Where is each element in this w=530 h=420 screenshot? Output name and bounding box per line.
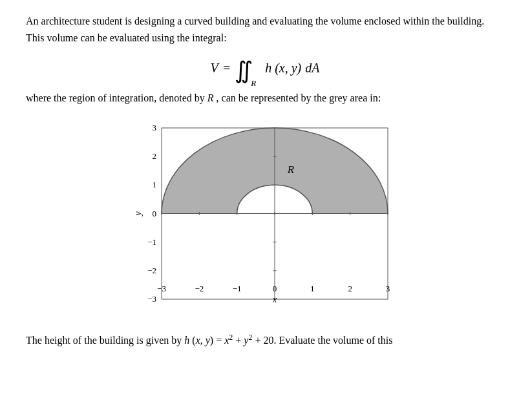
xlabel-1: 1 [310, 284, 315, 293]
paragraph2-R: R [207, 92, 214, 103]
ylabel-neg3: −3 [147, 294, 156, 304]
double-integral-symbol: ∬ [235, 58, 253, 83]
y-axis-label: y [133, 211, 143, 216]
ylabel-2: 2 [153, 151, 157, 161]
formula-equals: = [222, 61, 231, 76]
xlabel-neg1: −1 [233, 284, 242, 293]
paragraph2-pre: where the region of integration, denoted… [26, 92, 205, 103]
paragraph3: The height of the building is given by h… [26, 331, 504, 349]
xlabel-2: 2 [348, 284, 352, 293]
ylabel-neg2: −2 [147, 266, 156, 275]
formula-V: V [210, 61, 218, 76]
ylabel-neg1: −1 [147, 236, 156, 246]
xlabel-0: 0 [273, 284, 277, 293]
paragraph1: An architecture student is designing a c… [26, 13, 504, 46]
xlabel-3: 3 [386, 284, 390, 293]
formula-differential: dA [305, 61, 319, 76]
formula-integrand: h (x, y) [265, 61, 301, 76]
integral-region-label: R [251, 78, 256, 88]
ylabel-3: 3 [153, 123, 157, 132]
graph-container: −3 −2 −1 0 1 2 3 x −3 −2 −1 0 1 2 3 y R [26, 118, 504, 325]
ylabel-1: 1 [153, 180, 157, 189]
xlabel-neg3: −3 [157, 284, 166, 293]
paragraph2: where the region of integration, denoted… [26, 90, 504, 107]
xlabel-neg2: −2 [195, 284, 204, 293]
formula-block: V = ∬ R h (x, y) dA [26, 56, 504, 79]
paragraph2-post: , can be represented by the grey area in… [217, 92, 381, 103]
graph-area: −3 −2 −1 0 1 2 3 x −3 −2 −1 0 1 2 3 y R [129, 118, 401, 325]
region-label-R: R [287, 163, 295, 176]
ylabel-0: 0 [153, 208, 157, 218]
x-axis-label: x [272, 295, 277, 304]
graph-svg: −3 −2 −1 0 1 2 3 x −3 −2 −1 0 1 2 3 y R [129, 118, 401, 325]
